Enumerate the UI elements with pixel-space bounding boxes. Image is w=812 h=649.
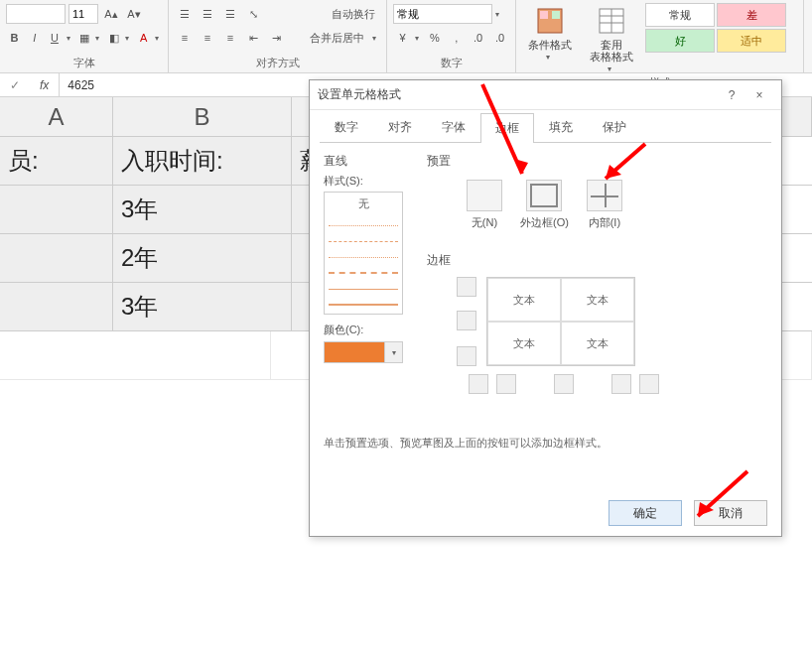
cell[interactable]: 2年 [113,234,292,282]
italic-button[interactable]: I [26,28,43,48]
help-button[interactable]: ? [718,88,745,102]
chevron-down-icon[interactable]: ▾ [495,10,503,19]
underline-button[interactable]: U [46,28,63,48]
preview-grid[interactable]: 文本 文本 文本 文本 [486,277,635,366]
svg-rect-2 [552,11,560,19]
style-bad[interactable]: 差 [717,3,786,27]
ok-button[interactable]: 确定 [609,500,682,526]
cell[interactable]: 3年 [113,283,292,330]
cell[interactable]: 员: [0,137,113,185]
decrease-font-icon[interactable]: A▾ [124,4,144,24]
border-button-icon[interactable]: ▦ [75,28,92,48]
align-bottom-icon[interactable]: ☰ [220,4,240,24]
comma-icon[interactable]: , [447,28,466,48]
chevron-down-icon[interactable]: ▾ [155,34,162,43]
currency-icon[interactable]: ¥ [393,28,412,48]
border-diag-down-button[interactable] [469,374,488,394]
border-top-button[interactable] [457,277,476,297]
border-section: 边框 文本 文本 文本 文本 [427,252,659,394]
line-style-item[interactable] [329,280,398,290]
line-style-label: 样式(S): [324,174,403,189]
font-size-select[interactable] [68,4,98,24]
line-color-select[interactable]: ▾ [324,341,403,363]
tab-font[interactable]: 字体 [427,112,480,142]
chevron-down-icon[interactable]: ▾ [95,34,102,43]
preset-section-label: 预置 [427,153,622,170]
bold-button[interactable]: B [6,28,23,48]
border-bottom-button[interactable] [457,346,476,366]
border-vert-button[interactable] [554,374,574,394]
align-right-icon[interactable]: ≡ [220,28,240,48]
fill-color-icon[interactable]: ◧ [105,28,122,48]
border-right-button[interactable] [611,374,631,394]
col-header-B[interactable]: B [113,97,292,136]
line-style-item[interactable] [329,296,398,306]
conditional-format-icon [534,5,566,37]
border-preview: 文本 文本 文本 文本 [457,277,659,394]
cell[interactable] [0,186,113,233]
number-format-select[interactable] [393,4,492,24]
preset-none-button[interactable]: 无(N) [467,180,502,230]
cell[interactable] [0,283,113,330]
orientation-icon[interactable]: ⤡ [243,4,263,24]
format-cells-dialog: 设置单元格格式 ? × 数字 对齐 字体 边框 填充 保护 直线 样式(S): … [309,79,782,537]
tick-icon[interactable]: ✓ [0,78,30,92]
chevron-down-icon[interactable]: ▾ [67,34,73,43]
dialog-hint: 单击预置选项、预览草图及上面的按钮可以添加边框样式。 [324,436,608,451]
tab-align[interactable]: 对齐 [373,112,427,142]
wrap-text-button[interactable]: 自动换行 [327,4,380,24]
dialog-titlebar[interactable]: 设置单元格格式 ? × [310,80,781,110]
line-style-item[interactable] [329,232,398,242]
chevron-down-icon[interactable]: ▾ [372,34,380,43]
cell[interactable] [0,331,271,379]
indent-decrease-icon[interactable]: ⇤ [243,28,263,48]
style-normal[interactable]: 常规 [645,3,715,27]
fx-icon[interactable]: fx [30,73,60,96]
cell[interactable]: 入职时间: [113,137,292,185]
chevron-down-icon[interactable]: ▾ [384,342,402,362]
cell[interactable] [0,234,113,282]
svg-rect-1 [540,11,548,19]
border-section-label: 边框 [427,252,659,269]
font-group: A▴ A▾ B I U ▾ ▦ ▾ ◧ ▾ A ▾ 字体 [0,0,169,72]
increase-decimal-icon[interactable]: .0 [469,28,487,48]
border-horiz-button[interactable] [457,311,476,330]
chevron-down-icon[interactable]: ▾ [415,34,423,43]
close-button[interactable]: × [745,88,773,102]
line-style-item[interactable] [329,248,398,258]
format-as-table-button[interactable]: 套用 表格格式 ▾ [584,3,639,75]
percent-icon[interactable]: % [425,28,444,48]
increase-font-icon[interactable]: A▴ [101,4,121,24]
tab-number[interactable]: 数字 [320,112,373,142]
tab-protect[interactable]: 保护 [588,112,641,142]
line-style-list[interactable]: 无 [324,192,403,315]
alignment-group: ☰ ☰ ☰ ⤡ 自动换行 ≡ ≡ ≡ ⇤ ⇥ 合并后居中 ▾ [169,0,387,72]
align-top-icon[interactable]: ☰ [175,4,195,24]
line-style-item[interactable] [329,216,398,226]
style-neutral[interactable]: 适中 [717,29,786,53]
line-style-none[interactable]: 无 [329,196,398,210]
align-center-icon[interactable]: ≡ [198,28,217,48]
tab-fill[interactable]: 填充 [534,112,588,142]
indent-increase-icon[interactable]: ⇥ [266,28,286,48]
cell[interactable]: 3年 [113,186,292,233]
chevron-down-icon[interactable]: ▾ [125,34,132,43]
font-family-select[interactable] [6,4,66,24]
merge-label: 合并后居中 [310,31,364,46]
preview-cell: 文本 [487,322,561,365]
line-style-item[interactable] [329,264,398,274]
align-left-icon[interactable]: ≡ [175,28,195,48]
preset-inside-button[interactable]: 内部(I) [587,180,622,230]
decrease-decimal-icon[interactable]: .0 [490,28,509,48]
border-diag-up-button[interactable] [639,374,659,394]
merge-button[interactable]: 合并后居中 [305,28,369,48]
style-good[interactable]: 好 [645,29,715,53]
col-header-A[interactable]: A [0,97,113,136]
tab-border[interactable]: 边框 [480,113,534,143]
font-color-icon[interactable]: A [135,28,152,48]
border-left-button[interactable] [496,374,516,394]
align-middle-icon[interactable]: ☰ [198,4,217,24]
cancel-button[interactable]: 取消 [694,500,767,526]
conditional-format-button[interactable]: 条件格式 ▾ [522,3,578,75]
preset-outline-button[interactable]: 外边框(O) [520,180,569,230]
